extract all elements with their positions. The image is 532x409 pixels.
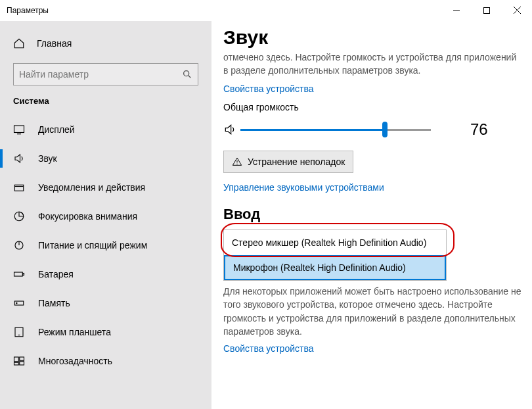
sidebar-item-label: Батарея (38, 269, 74, 279)
troubleshoot-label: Устранение неполадок (248, 156, 345, 167)
close-button[interactable] (502, 0, 532, 21)
search-icon (182, 69, 192, 80)
sidebar-item-label: Дисплей (38, 124, 75, 135)
sidebar-item-label: Уведомления и действия (38, 182, 145, 193)
warning-icon (232, 156, 242, 167)
sidebar-item-sound[interactable]: Звук (0, 144, 211, 173)
svg-point-15 (16, 302, 18, 304)
sidebar-item-tablet[interactable]: Режим планшета (0, 318, 211, 347)
sidebar-item-power[interactable]: Питание и спящий режим (0, 231, 211, 260)
volume-label: Общая громкость (223, 102, 521, 112)
notifications-icon (13, 181, 28, 193)
sidebar-item-label: Фокусировка внимания (38, 211, 137, 222)
svg-rect-8 (14, 185, 24, 191)
svg-rect-20 (14, 362, 19, 365)
svg-rect-21 (20, 362, 24, 365)
power-icon (13, 239, 28, 251)
focus-icon (13, 210, 28, 222)
dropdown-option-microphone[interactable]: Микрофон (Realtek High Definition Audio) (224, 255, 446, 280)
page-title: Звук (223, 26, 521, 49)
search-input[interactable] (13, 63, 198, 85)
sidebar: Главная Система Дисплей Звук Уведомления… (0, 21, 211, 409)
svg-rect-18 (14, 357, 19, 362)
sidebar-section-title: Система (0, 96, 211, 106)
volume-slider[interactable] (240, 120, 431, 139)
maximize-button[interactable] (472, 0, 502, 21)
storage-icon (13, 297, 28, 309)
input-device-properties-link[interactable]: Свойства устройства (223, 343, 521, 354)
sidebar-item-label: Звук (38, 153, 57, 164)
input-description: Для некоторых приложений может быть наст… (223, 285, 521, 338)
svg-rect-6 (14, 126, 24, 133)
dropdown-option-stereo-mixer[interactable]: Стерео микшер (Realtek High Definition A… (224, 230, 446, 255)
minimize-button[interactable] (441, 0, 472, 21)
sidebar-item-label: Многозадачность (38, 356, 112, 366)
troubleshoot-button[interactable]: Устранение неполадок (223, 151, 353, 173)
manage-devices-link[interactable]: Управление звуковыми устройствами (223, 182, 521, 193)
svg-line-5 (188, 76, 190, 78)
volume-value: 76 (470, 120, 488, 139)
sidebar-item-label: Режим планшета (38, 327, 111, 337)
device-properties-link[interactable]: Свойства устройства (223, 84, 521, 94)
svg-rect-1 (484, 7, 490, 13)
sidebar-item-focus[interactable]: Фокусировка внимания (0, 202, 211, 231)
svg-rect-13 (23, 274, 24, 276)
svg-rect-12 (14, 272, 23, 276)
svg-point-23 (237, 164, 238, 164)
title-bar: Параметры (0, 0, 532, 21)
sidebar-item-battery[interactable]: Батарея (0, 260, 211, 289)
dropdown-option-label: Стерео микшер (Realtek High Definition A… (232, 237, 426, 248)
sidebar-item-multitask[interactable]: Многозадачность (0, 347, 211, 375)
sidebar-home[interactable]: Главная (0, 30, 211, 57)
volume-row: 76 (223, 120, 521, 139)
input-device-dropdown[interactable]: Стерео микшер (Realtek High Definition A… (223, 229, 447, 281)
svg-point-4 (184, 71, 189, 76)
sound-icon (13, 153, 28, 164)
output-description-truncated: отмечено здесь. Настройте громкость и ус… (223, 51, 521, 77)
sidebar-item-label: Питание и спящий режим (38, 240, 147, 251)
sidebar-item-storage[interactable]: Память (0, 289, 211, 318)
dropdown-option-label: Микрофон (Realtek High Definition Audio) (233, 262, 406, 273)
home-icon (13, 37, 29, 49)
window-title: Параметры (7, 6, 49, 15)
content-area: Звук отмечено здесь. Настройте громкость… (211, 21, 532, 409)
multitask-icon (13, 355, 28, 367)
input-heading: Ввод (223, 206, 521, 223)
sidebar-item-notifications[interactable]: Уведомления и действия (0, 173, 211, 202)
sidebar-home-label: Главная (37, 38, 72, 49)
svg-rect-19 (20, 357, 24, 360)
battery-icon (13, 268, 28, 280)
speaker-icon (223, 123, 236, 136)
sidebar-item-display[interactable]: Дисплей (0, 115, 211, 144)
sidebar-item-label: Память (38, 298, 70, 308)
display-icon (13, 124, 28, 135)
search-field[interactable] (19, 69, 182, 80)
tablet-icon (13, 326, 28, 338)
